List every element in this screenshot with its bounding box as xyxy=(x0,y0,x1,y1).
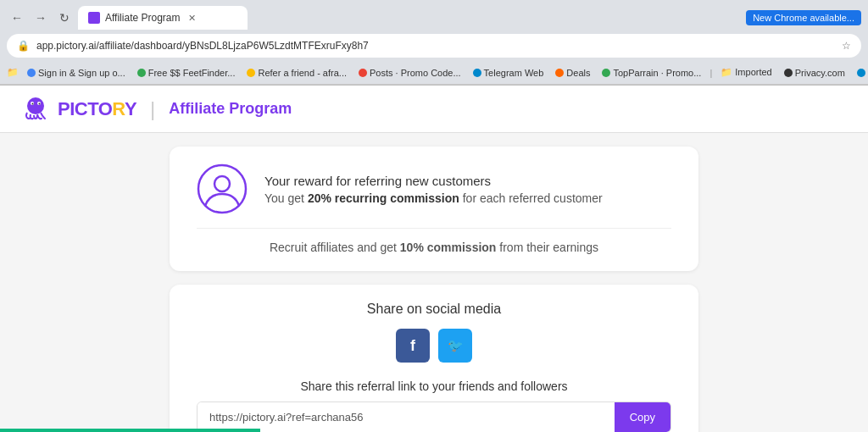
url-icons: ☆ xyxy=(842,40,851,52)
refresh-button[interactable]: ↻ xyxy=(54,8,75,28)
reward-bold: 20% recurring commission xyxy=(308,191,459,205)
bookmark-posts[interactable]: Posts · Promo Code... xyxy=(353,66,466,80)
share-title: Share on social media xyxy=(197,302,671,317)
bookmark-label: Privacy.com xyxy=(795,68,845,78)
svg-point-4 xyxy=(39,102,41,104)
logo-text: PICTORY xyxy=(58,98,136,120)
bookmark-label: 📁 Imported xyxy=(721,67,771,78)
bookmark-label: Sign in & Sign up o... xyxy=(38,68,125,78)
tab-title: Affiliate Program xyxy=(105,12,180,24)
pictory-logo-icon xyxy=(20,94,51,125)
bookmark-telegram2[interactable]: Telegram Web xyxy=(852,66,868,80)
reward-section: Your reward for referring new customers … xyxy=(197,163,671,229)
progress-bar xyxy=(0,429,868,432)
forward-button[interactable]: → xyxy=(31,8,51,28)
page-content: PICTORY | Affiliate Program Your reward … xyxy=(0,86,868,432)
address-bar: 🔒 app.pictory.ai/affiliate/dashboard/yBN… xyxy=(0,30,868,61)
svg-point-0 xyxy=(27,97,44,114)
recruit-bold: 10% commission xyxy=(400,241,497,254)
referral-label: Share this referral link to your friends… xyxy=(197,379,671,393)
main-content: Your reward for referring new customers … xyxy=(0,133,868,432)
active-tab[interactable]: Affiliate Program ✕ xyxy=(78,6,248,30)
reward-card: Your reward for referring new customers … xyxy=(170,147,698,271)
recruit-suffix: from their earnings xyxy=(496,241,598,254)
bookmark-label: Free $$ FeetFinder... xyxy=(148,68,236,78)
bookmark-label: Posts · Promo Code... xyxy=(370,68,461,78)
recruit-prefix: Recruit affiliates and get xyxy=(270,241,400,254)
recruit-section: Recruit affiliates and get 10% commissio… xyxy=(197,229,671,254)
reward-suffix: for each referred customer xyxy=(459,191,603,205)
reward-user-icon xyxy=(197,163,248,214)
reward-prefix: You get xyxy=(264,191,308,205)
referral-url-row: Copy xyxy=(197,402,671,432)
url-bar[interactable]: 🔒 app.pictory.ai/affiliate/dashboard/yBN… xyxy=(7,34,861,58)
bookmark-divider: | xyxy=(709,68,712,78)
svg-point-3 xyxy=(32,102,34,104)
bookmark-topparrain[interactable]: TopParrain · Promo... xyxy=(597,66,706,80)
affiliate-program-title: Affiliate Program xyxy=(169,100,292,118)
header-divider: | xyxy=(150,97,155,121)
tab-favicon xyxy=(88,12,100,24)
browser-chrome: ← → ↻ Affiliate Program ✕ New Chrome ava… xyxy=(0,0,868,86)
bookmark-privacy[interactable]: Privacy.com xyxy=(779,66,850,80)
bookmark-deals[interactable]: Deals xyxy=(550,66,595,80)
star-icon[interactable]: ☆ xyxy=(842,40,851,52)
bookmarks-bar: 📁 Sign in & Sign up o... Free $$ FeetFin… xyxy=(0,61,868,85)
site-header: PICTORY | Affiliate Program xyxy=(0,86,868,133)
bookmark-label: Refer a friend - afra... xyxy=(258,68,347,78)
referral-url-input[interactable] xyxy=(198,402,615,432)
bookmark-signin[interactable]: Sign in & Sign up o... xyxy=(22,66,131,80)
bookmark-label: Telegram Web xyxy=(484,68,544,78)
copy-referral-button[interactable]: Copy xyxy=(615,402,670,432)
tab-close-icon[interactable]: ✕ xyxy=(188,13,196,24)
social-buttons: f 🐦 xyxy=(197,329,671,363)
facebook-share-button[interactable]: f xyxy=(396,329,430,363)
url-text: app.pictory.ai/affiliate/dashboard/yBNsD… xyxy=(36,40,835,52)
tab-bar: ← → ↻ Affiliate Program ✕ New Chrome ava… xyxy=(0,0,868,30)
reward-subtitle: You get 20% recurring commission for eac… xyxy=(264,191,603,205)
facebook-icon: f xyxy=(410,337,415,355)
bookmark-telegram1[interactable]: Telegram Web xyxy=(468,66,549,80)
bookmarks-icon: 📁 xyxy=(7,67,19,78)
bookmark-refer[interactable]: Refer a friend - afra... xyxy=(242,66,352,80)
reward-text: Your reward for referring new customers … xyxy=(264,174,603,205)
twitter-share-button[interactable]: 🐦 xyxy=(438,329,472,363)
logo-area: PICTORY xyxy=(20,94,136,125)
reward-title: Your reward for referring new customers xyxy=(264,174,603,188)
svg-point-6 xyxy=(214,176,230,191)
bookmark-feetfinder[interactable]: Free $$ FeetFinder... xyxy=(132,66,241,80)
bookmark-label: Deals xyxy=(566,68,590,78)
chrome-update-badge[interactable]: New Chrome available... xyxy=(746,10,861,25)
back-button[interactable]: ← xyxy=(7,8,27,28)
bookmark-label: TopParrain · Promo... xyxy=(613,68,701,78)
twitter-icon: 🐦 xyxy=(448,338,464,353)
bookmark-imported[interactable]: 📁 Imported xyxy=(715,65,776,80)
share-card: Share on social media f 🐦 Share this ref… xyxy=(170,285,698,432)
